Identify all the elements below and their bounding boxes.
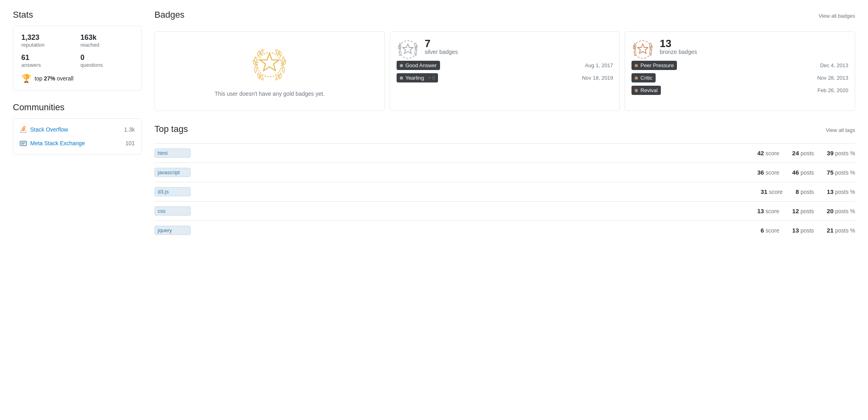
svg-marker-6 [638, 44, 648, 54]
communities-section: Communities Stack Overflow 1.3k [13, 102, 142, 154]
tag-stats: 13 score 12 posts 20 posts % [757, 208, 855, 214]
silver-count-label: silver badges [425, 49, 458, 55]
communities-title: Communities [13, 102, 142, 113]
critic-label: Critic [640, 75, 652, 81]
questions-value: 0 [80, 54, 133, 62]
answers-value: 61 [21, 54, 74, 62]
bronze-dot-1 [635, 64, 638, 67]
bronze-count-label: bronze badges [660, 49, 697, 55]
reputation-label: reputation [21, 42, 74, 48]
meta-rep: 101 [125, 140, 135, 146]
silver-dot-2 [400, 76, 403, 80]
silver-badge-list: Good Answer Aug 1, 2017 Yearling × 6 [397, 61, 613, 82]
badges-section: Badges View all badges [154, 10, 855, 111]
meta-name: Meta Stack Exchange [30, 140, 85, 146]
badge-row-revival: Revival Feb 26, 2020 [631, 86, 848, 95]
badge-row-good-answer: Good Answer Aug 1, 2017 [397, 61, 613, 70]
revival-date: Feb 26, 2020 [817, 87, 848, 93]
gold-star-svg [249, 45, 290, 85]
tag-stats: 42 score 24 posts 39 posts % [757, 150, 855, 156]
tags-section: Top tags View all tags html 42 score 24 … [154, 124, 855, 240]
no-gold-badge-text: This user doesn't have any gold badges y… [215, 90, 325, 98]
view-all-tags-link[interactable]: View all tags [826, 127, 855, 133]
badges-grid: This user doesn't have any gold badges y… [154, 31, 855, 111]
top-rank: 🏆 top 27% overall [21, 74, 133, 83]
good-answer-date: Aug 1, 2017 [585, 62, 613, 68]
yearling-date: Nov 18, 2019 [582, 75, 613, 81]
so-name: Stack Overflow [30, 126, 68, 133]
reached-value: 163k [80, 33, 133, 42]
community-item-so: Stack Overflow 1.3k [13, 123, 141, 136]
answers-stat: 61 answers [21, 54, 74, 68]
critic-pill: Critic [631, 73, 656, 82]
bronze-count-num: 13 [660, 38, 697, 49]
badge-row-yearling: Yearling × 6 Nov 18, 2019 [397, 73, 613, 82]
answers-label: answers [21, 62, 74, 68]
bronze-badge-info: 13 bronze badges [660, 38, 697, 59]
stats-grid: 1,323 reputation 163k reached 61 answers… [21, 33, 133, 68]
badges-header: Badges View all badges [154, 10, 855, 26]
view-all-badges-link[interactable]: View all badges [819, 13, 855, 19]
silver-dot [400, 64, 403, 67]
good-answer-label: Good Answer [405, 62, 437, 68]
svg-marker-2 [260, 54, 279, 71]
bronze-badge-card: 13 bronze badges Peer Pressure Dec 4, 20… [625, 31, 855, 111]
badge-row-peer-pressure: Peer Pressure Dec 4, 2013 [631, 61, 848, 70]
silver-count-num: 7 [425, 38, 458, 49]
silver-badge-icon [397, 38, 419, 61]
community-link-so[interactable]: Stack Overflow [20, 126, 68, 133]
revival-pill: Revival [631, 86, 661, 95]
svg-point-3 [399, 41, 417, 58]
tag-pill[interactable]: css [154, 206, 191, 216]
tag-pill[interactable]: jquery [154, 226, 191, 235]
community-link-meta[interactable]: Meta Stack Exchange [20, 140, 85, 147]
silver-badge-info: 7 silver badges [425, 38, 458, 59]
stats-title: Stats [13, 10, 142, 20]
questions-label: questions [80, 62, 133, 68]
reached-label: reached [80, 42, 133, 48]
yearling-multiplier: × 6 [428, 75, 435, 81]
communities-card: Stack Overflow 1.3k Meta Stack Exchange [13, 118, 142, 154]
tag-pill[interactable]: javascript [154, 168, 191, 177]
gold-badge-area: This user doesn't have any gold badges y… [161, 39, 378, 103]
questions-stat: 0 questions [80, 54, 133, 68]
tag-pill[interactable]: d3.js [154, 187, 191, 196]
reputation-value: 1,323 [21, 33, 74, 42]
tag-row: html 42 score 24 posts 39 posts % [154, 143, 855, 163]
reached-stat: 163k reached [80, 33, 133, 48]
svg-point-1 [257, 53, 282, 77]
tag-pill[interactable]: html [154, 148, 191, 158]
tag-stats: 31 score 8 posts 13 posts % [761, 188, 855, 195]
top-rank-suffix: overall [57, 75, 73, 82]
yearling-label: Yearling [405, 75, 424, 81]
badge-row-critic: Critic Nov 28, 2013 [631, 73, 848, 82]
bronze-dot-3 [635, 89, 638, 92]
so-rep: 1.3k [124, 126, 135, 133]
silver-badge-card: 7 silver badges Good Answer Aug 1, 2017 [390, 31, 620, 111]
tags-title: Top tags [154, 124, 188, 134]
stats-card: 1,323 reputation 163k reached 61 answers… [13, 26, 142, 91]
right-panel: Badges View all badges [154, 10, 855, 240]
community-item-meta: Meta Stack Exchange 101 [13, 136, 141, 150]
tag-row: javascript 36 score 46 posts 75 posts % [154, 163, 855, 182]
peer-pressure-date: Dec 4, 2013 [820, 62, 848, 68]
bronze-dot-2 [635, 76, 638, 80]
badges-title: Badges [154, 10, 185, 20]
peer-pressure-pill: Peer Pressure [631, 61, 677, 70]
good-answer-pill: Good Answer [397, 61, 440, 70]
tag-stats: 6 score 13 posts 21 posts % [761, 227, 855, 234]
peer-pressure-label: Peer Pressure [640, 62, 674, 68]
yearling-pill: Yearling × 6 [397, 73, 438, 82]
tags-list: html 42 score 24 posts 39 posts % javasc… [154, 143, 855, 240]
svg-rect-0 [20, 141, 27, 146]
bronze-badge-icon [631, 38, 654, 61]
tags-header: Top tags View all tags [154, 124, 855, 140]
tag-row: css 13 score 12 posts 20 posts % [154, 201, 855, 220]
tag-stats: 36 score 46 posts 75 posts % [757, 169, 855, 176]
bronze-count-section: 13 bronze badges [631, 38, 848, 61]
stack-overflow-icon [20, 126, 27, 133]
reputation-stat: 1,323 reputation [21, 33, 74, 48]
meta-icon [20, 140, 27, 147]
bronze-badge-list: Peer Pressure Dec 4, 2013 Critic Nov 28,… [631, 61, 848, 95]
revival-label: Revival [640, 87, 658, 93]
